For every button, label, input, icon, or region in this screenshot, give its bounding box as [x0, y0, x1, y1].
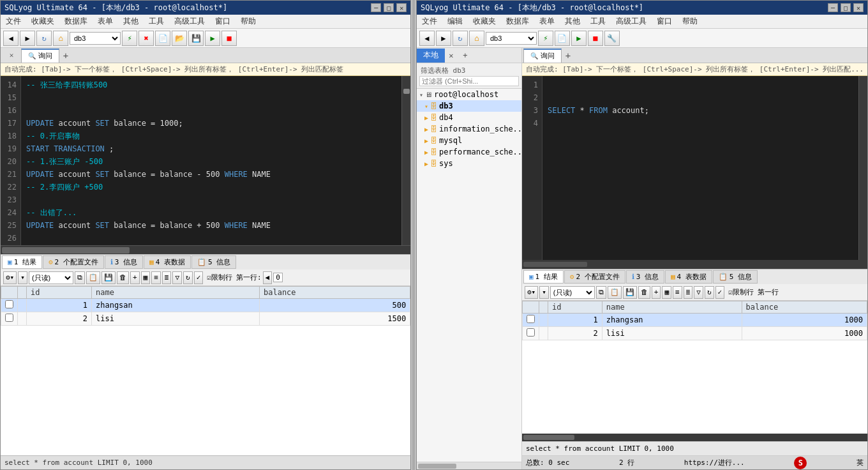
- left-tab-info2[interactable]: 📋 5 信息: [191, 255, 236, 269]
- table-row[interactable]: 2 lisi 1500: [1, 312, 410, 326]
- result-row-value[interactable]: 0: [273, 273, 283, 282]
- r-tb-home[interactable]: ⌂: [469, 31, 484, 46]
- left-tab-profiles[interactable]: ⚙ 2 个配置文件: [43, 255, 104, 269]
- r-table-row[interactable]: 2 lisi 1000: [522, 327, 867, 340]
- tb-new-query[interactable]: 📄: [155, 31, 170, 46]
- th-balance[interactable]: balance: [259, 287, 410, 299]
- minimize-btn[interactable]: ─: [371, 3, 381, 12]
- db-selector[interactable]: db3: [70, 32, 121, 45]
- tree-info-schema[interactable]: ▶ 🗄 information_sche...: [417, 123, 521, 135]
- right-close-btn[interactable]: ✕: [853, 3, 864, 12]
- right-vscrollbar[interactable]: [858, 76, 867, 260]
- r-tb-format[interactable]: 🔧: [604, 31, 620, 46]
- r-menu-table[interactable]: 表单: [537, 15, 557, 27]
- tb-refresh[interactable]: ↻: [36, 31, 52, 46]
- r-result-btn-2[interactable]: ▾: [539, 286, 549, 299]
- tab-query[interactable]: 🔍 询问: [21, 49, 59, 63]
- right-editor[interactable]: 1 2 3 4 SELECT * FROM account;: [522, 76, 867, 260]
- left-tab-info[interactable]: ℹ 3 信息: [105, 255, 143, 269]
- right-tab-info[interactable]: ℹ 3 信息: [626, 270, 664, 284]
- right-code-content[interactable]: SELECT * FROM account;: [542, 76, 858, 260]
- right-tab-info2[interactable]: 📋 5 信息: [713, 270, 758, 284]
- tree-sys[interactable]: ▶ 🗄 sys: [417, 158, 521, 169]
- left-tab-results[interactable]: ▣ 1 结果: [2, 255, 42, 269]
- left-data-area[interactable]: id name balance 1 zhangsan 500 2 lis: [1, 286, 410, 455]
- r-menu-advanced[interactable]: 高级工具: [613, 15, 649, 27]
- r-tb-stop[interactable]: ■: [588, 31, 603, 46]
- tb-open[interactable]: 📂: [172, 31, 187, 46]
- right-tab-tabledata[interactable]: ▦ 4 表数据: [665, 270, 712, 284]
- menu-window[interactable]: 窗口: [213, 15, 233, 27]
- right-tab-results[interactable]: ▣ 1 结果: [523, 270, 564, 284]
- r-row1-checkbox[interactable]: [527, 315, 535, 323]
- r-result-btn-grid2[interactable]: ≡: [673, 286, 682, 299]
- r-th-name[interactable]: name: [602, 301, 742, 314]
- menu-other[interactable]: 其他: [121, 15, 141, 27]
- result-btn-save[interactable]: 💾: [101, 271, 116, 284]
- sidebar-filter-input[interactable]: [419, 76, 519, 86]
- r-tb-execute[interactable]: ▶: [571, 31, 587, 46]
- r-result-btn-check[interactable]: ✓: [715, 286, 725, 299]
- result-btn-check[interactable]: ✓: [194, 271, 204, 284]
- left-vscrollbar[interactable]: [401, 76, 410, 245]
- right-data-area[interactable]: id name balance 1 zhangsan 100: [522, 301, 867, 434]
- right-tab-query[interactable]: 🔍 询问: [523, 49, 562, 63]
- table-row[interactable]: 1 zhangsan 500: [1, 299, 410, 312]
- sidebar-hscrollbar[interactable]: [417, 462, 521, 469]
- tb-back[interactable]: ◀: [3, 31, 19, 46]
- r-result-btn-grid1[interactable]: ▦: [662, 286, 671, 299]
- menu-favorites[interactable]: 收藏夹: [29, 15, 57, 27]
- r-menu-other[interactable]: 其他: [562, 15, 583, 27]
- menu-advanced[interactable]: 高级工具: [172, 15, 207, 27]
- window-divider[interactable]: [412, 0, 415, 470]
- right-tab-add[interactable]: +: [562, 49, 574, 62]
- r-result-mode-select[interactable]: (只读): [550, 286, 595, 299]
- r-db-selector[interactable]: db3: [486, 32, 537, 45]
- th-name[interactable]: name: [91, 287, 259, 299]
- tb-disconnect[interactable]: ✖: [138, 31, 154, 46]
- result-btn-2[interactable]: ▾: [18, 271, 27, 284]
- result-btn-grid3[interactable]: ≣: [162, 271, 172, 284]
- r-th-id[interactable]: id: [548, 301, 602, 314]
- right-result-hscrollbar[interactable]: [522, 434, 867, 441]
- r-menu-window[interactable]: 窗口: [654, 15, 675, 27]
- tree-server[interactable]: ▾ 🖥 root@localhost: [417, 89, 521, 100]
- r-tb-back[interactable]: ◀: [419, 31, 435, 46]
- menu-file[interactable]: 文件: [3, 15, 24, 27]
- r-result-btn-refresh[interactable]: ↻: [705, 286, 714, 299]
- result-btn-refresh[interactable]: ↻: [183, 271, 193, 284]
- menu-help[interactable]: 帮助: [238, 15, 258, 27]
- r-result-btn-paste[interactable]: 📋: [608, 286, 622, 299]
- result-btn-filter[interactable]: ▽: [172, 271, 182, 284]
- r-th-balance[interactable]: balance: [742, 301, 867, 314]
- tb-forward[interactable]: ▶: [20, 31, 35, 46]
- left-hscrollbar[interactable]: [1, 245, 410, 254]
- tb-connect[interactable]: ⚡: [122, 31, 137, 46]
- r-table-row[interactable]: 1 zhangsan 1000: [522, 314, 867, 327]
- sidebar-close-btn[interactable]: ✕: [445, 49, 458, 62]
- right-tab-profiles[interactable]: ⚙ 2 个配置文件: [564, 270, 625, 284]
- r-result-btn-save[interactable]: 💾: [623, 286, 637, 299]
- row2-checkbox[interactable]: [5, 314, 13, 322]
- tree-db3[interactable]: ▾ 🗄 db3: [417, 100, 521, 112]
- result-btn-1[interactable]: ⚙▾: [3, 271, 17, 284]
- menu-tools[interactable]: 工具: [146, 15, 167, 27]
- tb-save[interactable]: 💾: [188, 31, 204, 46]
- tree-mysql[interactable]: ▶ 🗄 mysql: [417, 135, 521, 146]
- r-tb-refresh[interactable]: ↻: [453, 31, 468, 46]
- r-menu-file[interactable]: 文件: [419, 15, 440, 27]
- menu-database[interactable]: 数据库: [62, 15, 90, 27]
- tb-home[interactable]: ⌂: [53, 31, 68, 46]
- r-menu-edit[interactable]: 编辑: [445, 15, 465, 27]
- tb-stop[interactable]: ■: [221, 31, 237, 46]
- r-row2-checkbox[interactable]: [527, 328, 535, 337]
- close-btn[interactable]: ✕: [396, 3, 407, 12]
- maximize-btn[interactable]: □: [384, 3, 394, 12]
- left-code-content[interactable]: -- 张三给李四转账500 UPDATE account SET balance…: [21, 76, 401, 245]
- right-maximize-btn[interactable]: □: [841, 3, 851, 12]
- result-btn-copy[interactable]: ⧉: [75, 271, 85, 284]
- th-id[interactable]: id: [27, 287, 92, 299]
- left-tab-tabledata[interactable]: ▦ 4 表数据: [144, 255, 191, 269]
- r-tb-forward[interactable]: ▶: [436, 31, 451, 46]
- result-btn-add[interactable]: +: [130, 271, 140, 284]
